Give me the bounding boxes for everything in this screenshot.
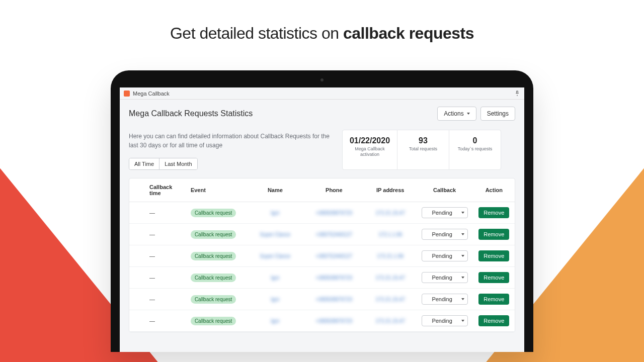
table-header-row: Callback time Event Name Phone IP addres…	[129, 178, 515, 202]
cell-ip: 172.1.1.96	[378, 232, 402, 237]
cell-time: —	[149, 253, 155, 259]
cell-phone: +380509876723	[316, 210, 353, 216]
stat-value: 01/22/2020	[347, 136, 393, 145]
cell-time: —	[149, 318, 155, 324]
cell-ip: 172.21.15.47	[376, 297, 405, 302]
remove-button[interactable]: Remove	[478, 207, 509, 218]
cell-ip: 172.21.1.96	[377, 253, 404, 259]
cell-time: —	[149, 275, 155, 281]
app-name: Mega Callback	[133, 90, 170, 97]
page-header: Mega Callback Requests Statistics Action…	[120, 100, 524, 125]
marketing-heading: Get detailed statistics on callback requ…	[0, 24, 644, 43]
remove-button[interactable]: Remove	[478, 250, 509, 261]
callback-status-select[interactable]: Pending	[422, 207, 468, 218]
col-name: Name	[247, 178, 303, 202]
cell-phone: +380509876723	[316, 318, 353, 324]
window-tab[interactable]: Mega Callback	[124, 90, 170, 97]
cell-phone: +380752440127	[316, 232, 353, 237]
table-row: —Callback requestIgor+380509876723172.21…	[129, 267, 515, 289]
window-tabbar: Mega Callback	[120, 87, 524, 100]
stat-cards: 01/22/2020 Mega Callback activation 93 T…	[342, 130, 501, 170]
col-event: Event	[186, 178, 247, 202]
stat-label: Total requests	[401, 146, 445, 152]
pin-icon[interactable]	[514, 90, 520, 97]
app-icon	[124, 90, 130, 97]
col-ip: IP address	[365, 178, 416, 202]
laptop-camera	[320, 78, 324, 81]
callback-status-select[interactable]: Pending	[422, 229, 468, 240]
table-row: —Callback requestIgor+380509876723172.21…	[129, 310, 515, 332]
settings-button[interactable]: Settings	[480, 107, 515, 121]
callback-status-select[interactable]: Pending	[422, 315, 468, 326]
actions-label: Actions	[444, 110, 463, 117]
marketing-heading-bold: callback requests	[343, 24, 474, 42]
cell-name: Igor	[271, 210, 279, 216]
stat-label: Today`s requests	[453, 146, 497, 152]
callback-status-select[interactable]: Pending	[422, 294, 468, 305]
cell-name: Igor	[271, 275, 279, 281]
header-actions: Actions Settings	[437, 107, 515, 121]
table-row: —Callback requestSuper Clance+3807524401…	[129, 245, 515, 267]
cell-time: —	[149, 210, 155, 216]
stat-total-requests: 93 Total requests	[397, 130, 449, 170]
col-action: Action	[473, 178, 515, 202]
page-title: Mega Callback Requests Statistics	[129, 109, 253, 118]
remove-button[interactable]: Remove	[478, 229, 509, 240]
cell-ip: 172.21.15.47	[376, 318, 405, 324]
event-badge: Callback request	[191, 252, 236, 260]
intro-block: Here you can can find detailed informati…	[129, 130, 330, 170]
col-callback-time: Callback time	[129, 178, 186, 202]
marketing-heading-prefix: Get detailed statistics on	[170, 24, 343, 42]
col-phone: Phone	[303, 178, 365, 202]
remove-button[interactable]: Remove	[478, 272, 509, 283]
stat-activation-date: 01/22/2020 Mega Callback activation	[342, 130, 397, 170]
cell-name: Super Clance	[260, 232, 291, 237]
event-badge: Callback request	[191, 209, 236, 217]
laptop-frame: Mega Callback Mega Callback Requests Sta…	[111, 70, 533, 352]
cell-name: Igor	[271, 318, 279, 324]
cell-time: —	[149, 296, 155, 302]
table-row: —Callback requestIgor+380509876723172.21…	[129, 202, 515, 224]
table-row: —Callback requestIgor+380509876723172.21…	[129, 289, 515, 310]
remove-button[interactable]: Remove	[478, 294, 509, 305]
cell-phone: +380752440127	[316, 253, 353, 259]
col-callback: Callback	[416, 178, 473, 202]
stat-todays-requests: 0 Today`s requests	[449, 130, 501, 170]
cell-name: Super Clance	[260, 253, 291, 259]
settings-label: Settings	[487, 110, 509, 117]
event-badge: Callback request	[191, 230, 236, 239]
table-row: —Callback requestSuper Clance+3807524401…	[129, 224, 515, 245]
intro-row: Here you can can find detailed informati…	[120, 125, 524, 170]
filter-last-month[interactable]: Last Month	[159, 158, 197, 169]
stat-value: 0	[453, 136, 497, 145]
time-filter: All Time Last Month	[129, 158, 198, 170]
stat-label: Mega Callback activation	[347, 146, 393, 157]
filter-all-time[interactable]: All Time	[129, 158, 159, 169]
callback-status-select[interactable]: Pending	[422, 272, 468, 283]
cell-time: —	[149, 231, 155, 237]
cell-ip: 172.21.15.47	[376, 275, 405, 281]
callback-status-select[interactable]: Pending	[422, 250, 468, 261]
remove-button[interactable]: Remove	[478, 315, 509, 326]
cell-phone: +380509876723	[316, 275, 353, 281]
stat-value: 93	[401, 136, 445, 145]
chevron-down-icon	[467, 113, 470, 115]
cell-phone: +380509876723	[316, 297, 353, 302]
event-badge: Callback request	[191, 317, 236, 325]
requests-table: Callback time Event Name Phone IP addres…	[129, 178, 515, 332]
intro-text: Here you can can find detailed informati…	[129, 130, 330, 152]
event-badge: Callback request	[191, 295, 236, 304]
actions-button[interactable]: Actions	[437, 107, 476, 121]
cell-name: Igor	[271, 297, 279, 302]
event-badge: Callback request	[191, 274, 236, 282]
cell-ip: 172.21.15.47	[376, 210, 405, 216]
screen: Mega Callback Mega Callback Requests Sta…	[120, 87, 524, 352]
